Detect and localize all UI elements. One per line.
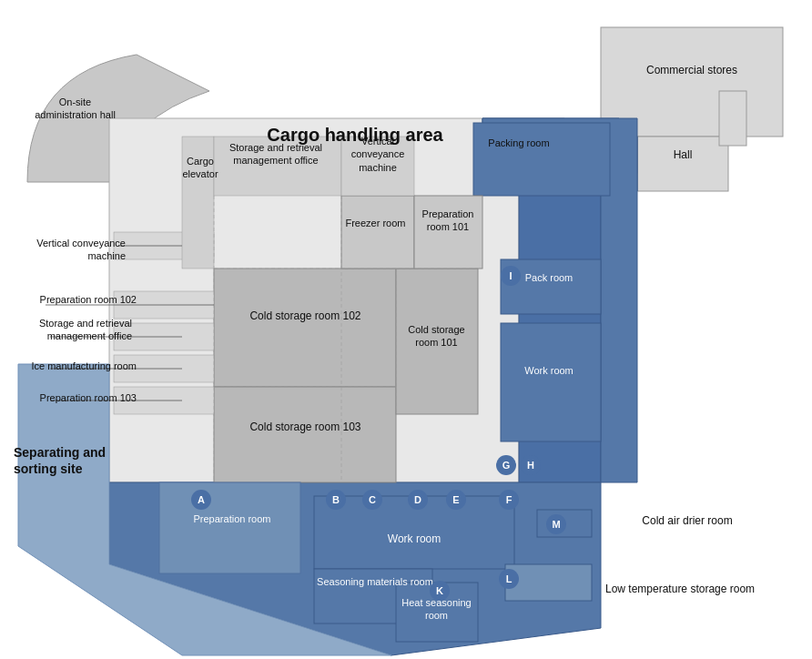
- svg-rect-3: [719, 91, 746, 146]
- svg-rect-10: [501, 323, 601, 441]
- label-commercial-stores: Commercial stores: [605, 64, 778, 78]
- badge-m: M: [546, 514, 566, 534]
- badge-b: B: [326, 490, 346, 510]
- label-storage-retrieval-top: Storage and retrieval management office: [217, 141, 335, 167]
- label-ice-manufacturing: Ice manufacturing room: [18, 360, 137, 372]
- badge-f: F: [499, 490, 519, 510]
- label-freezer-room: Freezer room: [341, 217, 410, 229]
- badge-e: E: [446, 490, 466, 510]
- badge-c: C: [362, 490, 382, 510]
- floor-plan-map: Cargo handling area On-site administrati…: [0, 0, 812, 659]
- badge-h: H: [521, 455, 541, 475]
- label-cold-storage-103: Cold storage room 103: [217, 421, 394, 435]
- badge-a: A: [191, 490, 211, 510]
- svg-rect-13: [214, 269, 396, 387]
- label-work-room-bottom: Work room: [314, 532, 514, 547]
- svg-rect-8: [473, 123, 610, 196]
- label-packing-room: Packing room: [482, 137, 555, 149]
- svg-rect-31: [505, 564, 592, 601]
- label-seasoning-materials: Seasoning materials room: [317, 575, 433, 588]
- label-on-site-admin: On-site administration hall: [27, 96, 123, 122]
- label-cold-storage-102: Cold storage room 102: [217, 309, 394, 324]
- label-prep-room-101: Preparation room 101: [411, 208, 484, 234]
- label-prep-room-103: Preparation room 103: [18, 391, 137, 404]
- svg-rect-26: [159, 482, 300, 573]
- label-cold-air-drier: Cold air drier room: [605, 514, 769, 529]
- svg-rect-16: [341, 196, 414, 269]
- label-vertical-top: Vertical conveyance machine: [341, 135, 414, 174]
- label-prep-room-102: Preparation room 102: [18, 293, 137, 306]
- label-storage-retrieval-left: Storage and retrieval management office: [14, 317, 132, 343]
- badge-k: K: [430, 581, 450, 601]
- label-separating-sorting: Separating and sorting site: [14, 444, 123, 477]
- label-work-room-right: Work room: [503, 364, 594, 377]
- label-prep-room-bottom: Preparation room: [182, 512, 282, 525]
- label-vertical-left: Vertical conveyance machine: [16, 237, 126, 263]
- label-hall: Hall: [646, 148, 719, 163]
- badge-d: D: [408, 490, 428, 510]
- label-low-temp-storage: Low temperature storage room: [605, 572, 787, 608]
- badge-g: G: [496, 455, 516, 475]
- badge-i: I: [501, 266, 521, 286]
- label-cold-storage-101: Cold storage room 101: [398, 323, 475, 350]
- badge-l: L: [499, 569, 519, 589]
- svg-rect-2: [637, 137, 728, 191]
